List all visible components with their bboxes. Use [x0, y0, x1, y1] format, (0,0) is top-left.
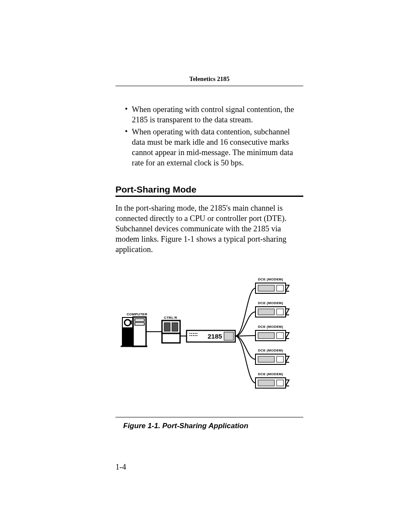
svg-rect-8	[258, 333, 274, 339]
svg-rect-11	[258, 356, 274, 362]
figure-rule	[115, 417, 303, 417]
device-2185: 2185	[187, 330, 235, 342]
bullet-text: When operating with control signal conte…	[132, 105, 294, 124]
device-label: 2185	[208, 333, 222, 340]
modem-label: DCE (MODEM)	[258, 301, 283, 305]
figure-caption: Figure 1-1. Port-Sharing Application	[123, 422, 303, 430]
modem-label: DCE (MODEM)	[258, 372, 283, 376]
svg-rect-23	[191, 335, 192, 336]
modem-label: DCE (MODEM)	[258, 277, 283, 281]
svg-rect-5	[258, 309, 274, 315]
svg-rect-9	[277, 333, 283, 339]
svg-rect-35	[131, 320, 132, 324]
modem-group: DCE (MODEM) DCE (MODEM) DCE (MODEM)	[255, 277, 289, 388]
page-number-text: 1-4	[115, 463, 126, 471]
modem-label: DCE (MODEM)	[258, 325, 283, 329]
svg-rect-19	[193, 333, 194, 334]
figure-caption-text: Figure 1-1. Port-Sharing Application	[123, 422, 248, 430]
svg-rect-21	[196, 333, 197, 334]
svg-rect-20	[195, 333, 196, 334]
diagram-svg: DCE (MODEM) DCE (MODEM) DCE (MODEM)	[115, 276, 303, 405]
svg-rect-29	[164, 323, 170, 331]
computer-label: COMPUTER	[127, 312, 147, 316]
svg-rect-25	[195, 335, 196, 336]
modem-label: DCE (MODEM)	[258, 348, 283, 352]
bullet-item: When operating with data contention, sub…	[125, 127, 303, 168]
svg-rect-18	[191, 333, 192, 334]
section-paragraph-text: In the port-sharing mode, the 2185's mai…	[115, 204, 286, 254]
section-paragraph: In the port-sharing mode, the 2185's mai…	[115, 203, 303, 255]
header-rule	[115, 86, 303, 86]
bullet-text: When operating with data contention, sub…	[132, 128, 293, 167]
svg-rect-27	[224, 332, 234, 340]
svg-rect-15	[277, 380, 283, 386]
svg-rect-31	[162, 333, 180, 343]
svg-rect-1	[258, 285, 274, 291]
controller-label: CTRL'R	[164, 316, 177, 320]
svg-rect-26	[196, 335, 197, 336]
bullet-item: When operating with control signal conte…	[125, 104, 303, 125]
computer: COMPUTER	[121, 312, 147, 346]
document-page: Telenetics 2185 When operating with cont…	[0, 0, 411, 532]
section-rule	[115, 196, 303, 197]
running-header: Telenetics 2185	[115, 75, 303, 86]
svg-rect-2	[277, 285, 283, 291]
fanout-lines	[235, 288, 255, 383]
svg-rect-17	[190, 333, 190, 334]
svg-rect-22	[190, 335, 190, 336]
section-title: Port-Sharing Mode	[115, 184, 303, 195]
section-title-text: Port-Sharing Mode	[115, 184, 196, 194]
svg-rect-38	[135, 323, 144, 325]
running-title: Telenetics 2185	[189, 75, 229, 82]
svg-rect-30	[172, 323, 178, 331]
svg-rect-24	[193, 335, 194, 336]
svg-rect-6	[277, 309, 283, 315]
svg-rect-14	[258, 380, 274, 386]
figure: DCE (MODEM) DCE (MODEM) DCE (MODEM)	[115, 276, 303, 430]
svg-rect-37	[135, 319, 144, 321]
controller: CTRL'R	[162, 316, 180, 343]
page-number: 1-4	[115, 463, 126, 472]
svg-rect-12	[277, 356, 283, 362]
bullet-list: When operating with control signal conte…	[115, 104, 303, 168]
